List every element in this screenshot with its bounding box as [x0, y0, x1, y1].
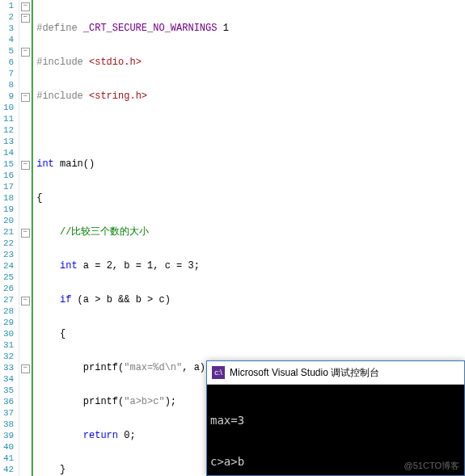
console-line: max=3	[210, 414, 461, 428]
fold-icon: −	[21, 161, 30, 170]
watermark-text: @51CTO博客	[404, 460, 459, 472]
line-number-gutter: 1234567891011121314151617181920212223242…	[0, 0, 19, 476]
fold-icon: −	[21, 229, 30, 238]
console-title: Microsoft Visual Studio 调试控制台	[230, 366, 379, 380]
fold-icon: −	[21, 93, 30, 102]
console-titlebar[interactable]: c:\ Microsoft Visual Studio 调试控制台	[207, 361, 464, 385]
fold-column[interactable]: − − − − − − − −	[19, 0, 32, 476]
fold-icon: −	[21, 14, 30, 23]
debug-console-window[interactable]: c:\ Microsoft Visual Studio 调试控制台 max=3 …	[206, 360, 465, 476]
vs-icon: c:\	[212, 366, 225, 379]
fold-icon: −	[21, 2, 30, 11]
fold-icon: −	[21, 48, 30, 57]
fold-icon: −	[21, 297, 30, 305]
fold-icon: −	[21, 364, 30, 373]
